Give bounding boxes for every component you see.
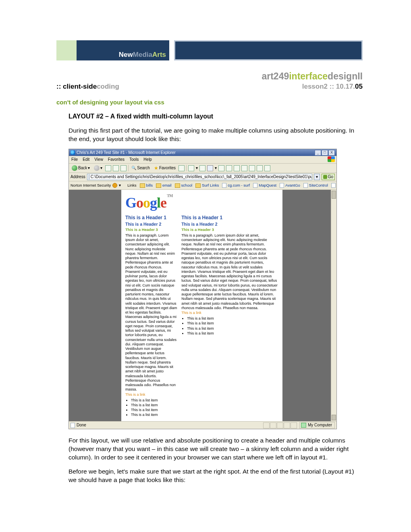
col-h2: This is a Header 2 xyxy=(125,221,177,227)
minimize-button[interactable]: _ xyxy=(315,150,321,156)
menu-favorites[interactable]: Favorites xyxy=(108,157,125,162)
page-headings: art249interfacedesignII :: client-sideco… xyxy=(56,71,363,91)
close-button[interactable]: X xyxy=(328,150,335,156)
vertical-scrollbar[interactable] xyxy=(331,190,336,421)
toolbar-separator xyxy=(186,165,187,171)
browser-menubar: File Edit View Favorites Tools Help xyxy=(69,156,336,164)
link-mapquest[interactable]: MapQuest xyxy=(253,183,276,188)
norton-label: Norton Internet Security xyxy=(71,183,111,188)
sample-link[interactable]: This is a link xyxy=(181,310,278,315)
history-icon[interactable] xyxy=(179,165,185,171)
menu-edit[interactable]: Edit xyxy=(83,157,89,162)
link-bills[interactable]: bills xyxy=(140,183,153,188)
folder-icon xyxy=(156,183,161,188)
link-sitecontrol[interactable]: SiteControl xyxy=(303,183,328,188)
menu-tools[interactable]: Tools xyxy=(129,157,139,162)
link-cgcom[interactable]: cg.com - surf xyxy=(222,183,250,188)
toolbar-extra-icon[interactable] xyxy=(241,165,247,171)
banner-accent-square xyxy=(56,40,77,60)
banner-right-bar xyxy=(174,40,363,60)
browser-toolbar: Back ▾ ▾ 🔍 Search ★ Favorites xyxy=(69,164,336,173)
folder-icon xyxy=(140,183,145,188)
address-dropdown[interactable]: ▾ xyxy=(314,174,320,180)
address-input[interactable]: C:\Documents and Settings\chris\Desktop\… xyxy=(87,174,312,180)
go-button[interactable]: Go xyxy=(322,174,335,180)
address-label: Address xyxy=(71,174,85,180)
lesson-year: 05 xyxy=(355,83,363,90)
left-column: This is a Header 1 This is a Header 2 Th… xyxy=(125,214,177,418)
folder-icon xyxy=(175,183,180,188)
norton-status-icon xyxy=(112,183,117,188)
browser-screenshot: Chris's Art 249 Test Site #1 - Microsoft… xyxy=(68,149,337,429)
google-logo: Google TM xyxy=(125,193,278,213)
link-email[interactable]: email xyxy=(156,183,172,188)
favorites-button[interactable]: ★ Favorites xyxy=(153,164,177,172)
dropdown-caret-icon: ▾ xyxy=(88,165,90,171)
edit-icon[interactable] xyxy=(207,165,213,171)
brand-label: NewMediaArts xyxy=(77,40,169,60)
link-school[interactable]: school xyxy=(175,183,192,188)
menu-file[interactable]: File xyxy=(71,157,78,162)
content-body: LAYOUT #2 – A fixed width multi-column l… xyxy=(56,112,363,484)
page-icon xyxy=(303,183,308,188)
zone-label: My Computer xyxy=(308,422,332,428)
status-panes xyxy=(263,422,297,428)
subhead-left-2: coding xyxy=(97,83,119,90)
page-icon xyxy=(222,183,226,188)
print-icon[interactable] xyxy=(199,165,206,171)
col-h1: This is a Header 1 xyxy=(125,214,177,221)
search-button[interactable]: 🔍 Search xyxy=(130,165,151,171)
home-icon[interactable] xyxy=(120,165,127,171)
logo-trademark: TM xyxy=(166,193,172,198)
research-icon[interactable] xyxy=(226,165,232,171)
toolbar-extra-icon[interactable] xyxy=(264,165,270,171)
messenger-icon[interactable] xyxy=(234,165,240,171)
maximize-button[interactable]: □ xyxy=(322,150,328,156)
link-avantgo: AvantGo xyxy=(280,183,300,188)
course-headline: art249interfacedesignII xyxy=(56,71,363,82)
browser-viewport: Google TM This is a Header 1 This is a H… xyxy=(69,190,336,421)
forward-icon xyxy=(94,165,100,171)
menu-help[interactable]: Help xyxy=(143,157,152,162)
page-icon xyxy=(89,175,89,179)
subhead-left-1: :: client-side xyxy=(56,83,97,90)
browser-linksbar: Norton Internet Security ▾ Links bills e… xyxy=(69,181,336,190)
security-zone: My Computer xyxy=(299,422,335,428)
list-item: This is a list item xyxy=(131,407,177,412)
go-label: Go xyxy=(328,174,333,180)
forward-button[interactable]: ▾ xyxy=(93,165,104,171)
go-arrow-icon xyxy=(323,175,327,179)
mail-icon[interactable] xyxy=(188,165,194,171)
back-button[interactable]: Back ▾ xyxy=(71,165,91,171)
browser-addressbar: Address C:\Documents and Settings\chris\… xyxy=(69,173,336,181)
stop-icon[interactable] xyxy=(105,165,111,171)
norton-indicator[interactable]: Norton Internet Security ▾ xyxy=(71,183,121,188)
status-done: Done xyxy=(71,422,261,428)
sample-link[interactable]: This is a link xyxy=(125,392,177,397)
dropdown-caret-icon: ▾ xyxy=(215,165,217,171)
browser-titlebar: Chris's Art 249 Test Site #1 - Microsoft… xyxy=(69,149,336,156)
back-icon xyxy=(72,165,77,171)
scroll-down-button[interactable] xyxy=(332,415,336,420)
status-text: Done xyxy=(77,422,86,428)
col-h3: This is a Header 3 xyxy=(125,227,177,233)
list-item: This is a list item xyxy=(187,326,278,331)
discuss-icon[interactable] xyxy=(218,165,224,171)
refresh-icon[interactable] xyxy=(113,165,119,171)
right-column: This is a Header 1 This is a Header 2 Th… xyxy=(181,214,278,418)
col-h1: This is a Header 1 xyxy=(181,214,278,221)
toolbar-extra-icon[interactable] xyxy=(249,165,255,171)
scroll-up-button[interactable] xyxy=(332,191,336,199)
menu-view[interactable]: View xyxy=(94,157,103,162)
back-label: Back xyxy=(78,165,87,171)
toolbar-separator xyxy=(128,165,129,171)
link-workatuh[interactable]: Work at UH xyxy=(331,183,336,188)
link-surflinks[interactable]: Surf Links xyxy=(195,183,219,188)
col-h2: This is a Header 2 xyxy=(181,221,278,227)
col-h3: This is a Header 3 xyxy=(181,227,278,233)
toolbar-extra-icon[interactable] xyxy=(257,165,263,171)
search-icon: 🔍 xyxy=(131,165,136,171)
lesson-info: lesson2 :: 10.17. xyxy=(302,83,355,90)
window-buttons: _ □ X xyxy=(315,150,335,156)
sample-list: This is a list item This is a list item … xyxy=(125,398,177,418)
